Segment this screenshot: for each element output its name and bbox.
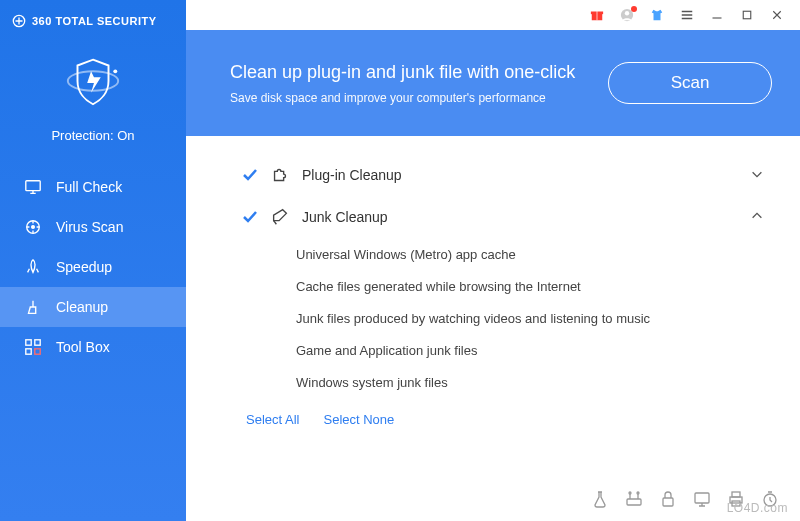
svg-rect-20 (695, 493, 709, 503)
sidebar-item-label: Speedup (56, 259, 112, 275)
puzzle-icon (270, 165, 290, 185)
section-plugin-cleanup[interactable]: Plug-in Cleanup (242, 154, 764, 196)
target-icon (24, 218, 42, 236)
notification-dot-icon (631, 6, 637, 12)
menu-icon[interactable] (680, 8, 694, 22)
bottom-toolbar (590, 489, 780, 509)
app-name: 360 TOTAL SECURITY (32, 15, 157, 27)
sidebar-item-label: Cleanup (56, 299, 108, 315)
gift-icon[interactable] (590, 8, 604, 22)
rocket-icon (24, 258, 42, 276)
svg-rect-8 (26, 349, 31, 354)
banner-title: Clean up plug-in and junk file with one-… (230, 62, 608, 83)
sidebar-item-cleanup[interactable]: Cleanup (0, 287, 186, 327)
checkbox-icon[interactable] (242, 167, 258, 183)
svg-rect-6 (26, 340, 31, 345)
sidebar-item-full-check[interactable]: Full Check (0, 167, 186, 207)
selection-actions: Select All Select None (242, 412, 764, 427)
brush-icon (270, 207, 290, 227)
user-icon[interactable] (620, 8, 634, 22)
grid-icon (24, 338, 42, 356)
svg-point-18 (637, 492, 639, 494)
sidebar-item-speedup[interactable]: Speedup (0, 247, 186, 287)
sidebar: 360 TOTAL SECURITY Protection: On Full C… (0, 0, 186, 521)
list-item[interactable]: Junk files produced by watching videos a… (296, 302, 764, 334)
list-item[interactable]: Game and Application junk files (296, 334, 764, 366)
display-icon[interactable] (692, 489, 712, 509)
tshirt-icon[interactable] (650, 8, 664, 22)
sidebar-nav: Full Check Virus Scan Speedup Cleanup (0, 167, 186, 367)
maximize-icon[interactable] (740, 8, 754, 22)
svg-point-5 (32, 226, 35, 229)
protection-status[interactable]: Protection: On (0, 32, 186, 161)
select-none-link[interactable]: Select None (323, 412, 394, 427)
titlebar (186, 0, 800, 30)
svg-rect-19 (663, 498, 673, 506)
list-item[interactable]: Cache files generated while browsing the… (296, 270, 764, 302)
section-label: Junk Cleanup (302, 209, 388, 225)
clock-icon[interactable] (760, 489, 780, 509)
sidebar-item-label: Full Check (56, 179, 122, 195)
printer-icon[interactable] (726, 489, 746, 509)
header-banner: Clean up plug-in and junk file with one-… (186, 30, 800, 136)
sidebar-item-label: Tool Box (56, 339, 110, 355)
svg-rect-3 (26, 181, 40, 191)
protection-label: Protection: On (51, 128, 134, 143)
svg-rect-15 (743, 11, 751, 19)
content-area: Plug-in Cleanup Junk Cleanup Universal (186, 136, 800, 521)
svg-rect-7 (35, 340, 40, 345)
scan-button[interactable]: Scan (608, 62, 772, 104)
chevron-up-icon[interactable] (750, 209, 764, 226)
chevron-down-icon[interactable] (750, 167, 764, 184)
svg-rect-9 (35, 349, 40, 354)
checkbox-icon[interactable] (242, 209, 258, 225)
shield-icon (62, 50, 124, 116)
flask-icon[interactable] (590, 489, 610, 509)
lock-icon[interactable] (658, 489, 678, 509)
close-icon[interactable] (770, 8, 784, 22)
select-all-link[interactable]: Select All (246, 412, 299, 427)
banner-subtitle: Save disk space and improve your compute… (230, 91, 608, 105)
minimize-icon[interactable] (710, 8, 724, 22)
broom-icon (24, 298, 42, 316)
sidebar-item-virus-scan[interactable]: Virus Scan (0, 207, 186, 247)
monitor-icon (24, 178, 42, 196)
svg-point-17 (629, 492, 631, 494)
list-item[interactable]: Universal Windows (Metro) app cache (296, 238, 764, 270)
app-logo: 360 TOTAL SECURITY (0, 0, 186, 32)
sidebar-item-toolbox[interactable]: Tool Box (0, 327, 186, 367)
main-area: Clean up plug-in and junk file with one-… (186, 0, 800, 521)
list-item[interactable]: Windows system junk files (296, 366, 764, 398)
sidebar-item-label: Virus Scan (56, 219, 123, 235)
svg-rect-22 (732, 492, 740, 497)
junk-items-list: Universal Windows (Metro) app cache Cach… (296, 238, 764, 398)
section-label: Plug-in Cleanup (302, 167, 402, 183)
router-icon[interactable] (624, 489, 644, 509)
svg-point-14 (625, 11, 629, 15)
svg-rect-12 (596, 10, 598, 21)
logo-icon (12, 14, 26, 28)
svg-point-2 (113, 69, 117, 73)
section-junk-cleanup[interactable]: Junk Cleanup (242, 196, 764, 238)
svg-rect-16 (627, 499, 641, 505)
